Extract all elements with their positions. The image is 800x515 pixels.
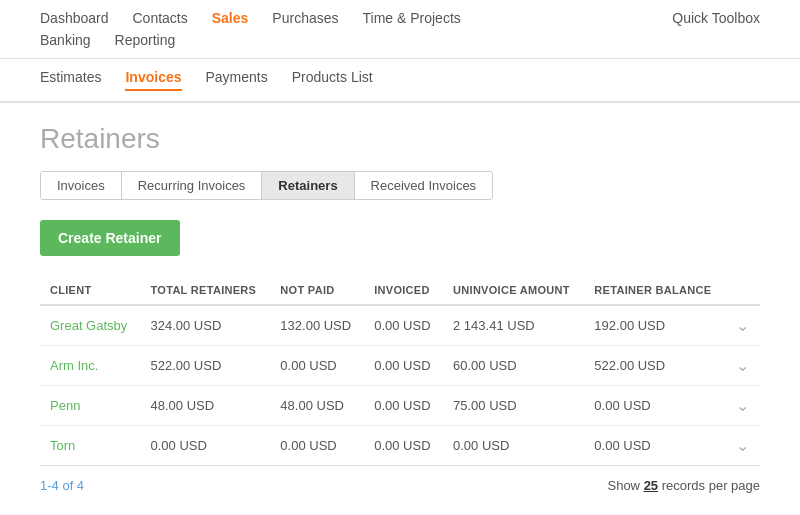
cell-client: Torn xyxy=(40,426,141,466)
chevron-down-icon[interactable]: ⌄ xyxy=(736,317,749,334)
table-row: Arm Inc. 522.00 USD 0.00 USD 0.00 USD 60… xyxy=(40,346,760,386)
nav-row-1: Dashboard Contacts Sales Purchases Time … xyxy=(40,10,760,26)
table-header-row: CLIENT TOTAL RETAINERS NOT PAID INVOICED… xyxy=(40,276,760,305)
cell-uninvoice: 0.00 USD xyxy=(443,426,584,466)
nav-banking[interactable]: Banking xyxy=(40,32,91,48)
section-tabs: Invoices Recurring Invoices Retainers Re… xyxy=(40,171,493,200)
cell-chevron: ⌄ xyxy=(726,346,760,386)
chevron-down-icon[interactable]: ⌄ xyxy=(736,437,749,454)
cell-client: Great Gatsby xyxy=(40,305,141,346)
table-row: Penn 48.00 USD 48.00 USD 0.00 USD 75.00 … xyxy=(40,386,760,426)
col-actions xyxy=(726,276,760,305)
cell-total: 48.00 USD xyxy=(141,386,271,426)
cell-balance: 192.00 USD xyxy=(584,305,726,346)
retainers-table: CLIENT TOTAL RETAINERS NOT PAID INVOICED… xyxy=(40,276,760,466)
sub-nav-estimates[interactable]: Estimates xyxy=(40,69,101,91)
tab-retainers[interactable]: Retainers xyxy=(262,172,354,199)
cell-chevron: ⌄ xyxy=(726,386,760,426)
client-link[interactable]: Torn xyxy=(50,438,75,453)
col-client: CLIENT xyxy=(40,276,141,305)
cell-invoiced: 0.00 USD xyxy=(364,386,443,426)
cell-balance: 0.00 USD xyxy=(584,386,726,426)
table-row: Great Gatsby 324.00 USD 132.00 USD 0.00 … xyxy=(40,305,760,346)
nav-purchases[interactable]: Purchases xyxy=(272,10,338,26)
cell-uninvoice: 2 143.41 USD xyxy=(443,305,584,346)
cell-total: 522.00 USD xyxy=(141,346,271,386)
cell-chevron: ⌄ xyxy=(726,426,760,466)
client-link[interactable]: Penn xyxy=(50,398,80,413)
cell-not-paid: 0.00 USD xyxy=(270,426,364,466)
cell-balance: 0.00 USD xyxy=(584,426,726,466)
tab-recurring-invoices[interactable]: Recurring Invoices xyxy=(122,172,263,199)
top-navigation: Dashboard Contacts Sales Purchases Time … xyxy=(0,0,800,59)
col-not-paid: NOT PAID xyxy=(270,276,364,305)
records-per-page-info: Show 25 records per page xyxy=(607,478,760,493)
chevron-down-icon[interactable]: ⌄ xyxy=(736,397,749,414)
cell-invoiced: 0.00 USD xyxy=(364,305,443,346)
col-invoiced: INVOICED xyxy=(364,276,443,305)
col-balance: RETAINER BALANCE xyxy=(584,276,726,305)
cell-total: 0.00 USD xyxy=(141,426,271,466)
col-total: TOTAL RETAINERS xyxy=(141,276,271,305)
cell-invoiced: 0.00 USD xyxy=(364,346,443,386)
create-retainer-button[interactable]: Create Retainer xyxy=(40,220,180,256)
cell-client: Penn xyxy=(40,386,141,426)
sub-nav-products-list[interactable]: Products List xyxy=(292,69,373,91)
client-link[interactable]: Great Gatsby xyxy=(50,318,127,333)
sub-navigation: Estimates Invoices Payments Products Lis… xyxy=(0,59,800,103)
cell-client: Arm Inc. xyxy=(40,346,141,386)
nav-time-projects[interactable]: Time & Projects xyxy=(363,10,461,26)
nav-main-items: Dashboard Contacts Sales Purchases Time … xyxy=(40,10,461,26)
records-count[interactable]: 25 xyxy=(644,478,658,493)
sub-nav-payments[interactable]: Payments xyxy=(206,69,268,91)
chevron-down-icon[interactable]: ⌄ xyxy=(736,357,749,374)
pagination-info: 1-4 of 4 xyxy=(40,478,84,493)
nav-sales[interactable]: Sales xyxy=(212,10,249,26)
page-content: Retainers Invoices Recurring Invoices Re… xyxy=(0,103,800,515)
cell-uninvoice: 75.00 USD xyxy=(443,386,584,426)
client-link[interactable]: Arm Inc. xyxy=(50,358,98,373)
cell-balance: 522.00 USD xyxy=(584,346,726,386)
tab-received-invoices[interactable]: Received Invoices xyxy=(355,172,493,199)
tab-invoices[interactable]: Invoices xyxy=(41,172,122,199)
nav-contacts[interactable]: Contacts xyxy=(133,10,188,26)
nav-reporting[interactable]: Reporting xyxy=(115,32,176,48)
nav-row-2: Banking Reporting xyxy=(40,32,175,48)
pagination-row: 1-4 of 4 Show 25 records per page xyxy=(40,466,760,505)
cell-chevron: ⌄ xyxy=(726,305,760,346)
nav-dashboard[interactable]: Dashboard xyxy=(40,10,109,26)
cell-uninvoice: 60.00 USD xyxy=(443,346,584,386)
col-uninvoice: UNINVOICE AMOUNT xyxy=(443,276,584,305)
quick-toolbox[interactable]: Quick Toolbox xyxy=(672,10,760,26)
page-title: Retainers xyxy=(40,123,760,155)
sub-nav-invoices[interactable]: Invoices xyxy=(125,69,181,91)
cell-not-paid: 132.00 USD xyxy=(270,305,364,346)
cell-invoiced: 0.00 USD xyxy=(364,426,443,466)
cell-not-paid: 48.00 USD xyxy=(270,386,364,426)
cell-total: 324.00 USD xyxy=(141,305,271,346)
table-row: Torn 0.00 USD 0.00 USD 0.00 USD 0.00 USD… xyxy=(40,426,760,466)
cell-not-paid: 0.00 USD xyxy=(270,346,364,386)
